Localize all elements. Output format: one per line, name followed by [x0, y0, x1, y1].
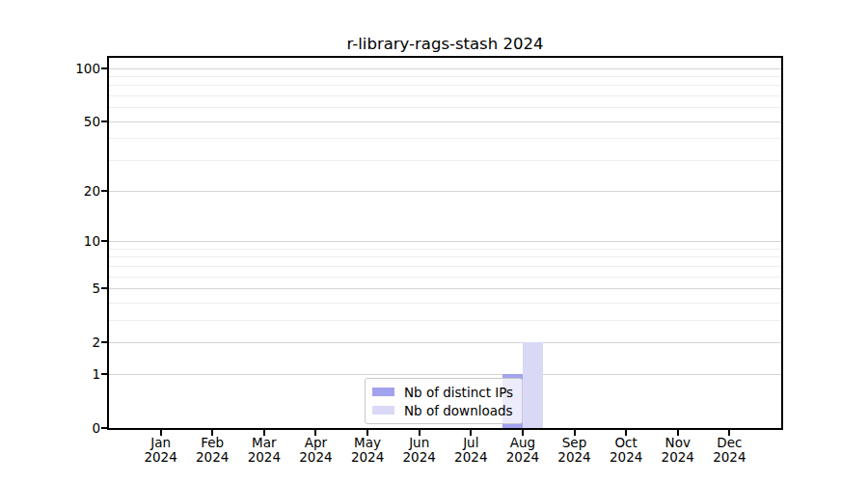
- y-tick-label-20: 20: [39, 182, 100, 200]
- legend-item-downloads: Nb of downloads: [372, 401, 513, 419]
- gridline-major-100: [109, 68, 781, 69]
- x-tick-label-feb: Feb2024: [185, 436, 239, 465]
- y-tick-label-100: 100: [39, 60, 100, 77]
- x-tick-month-jun: Jun: [393, 436, 447, 450]
- x-tick-year-sep: 2024: [548, 450, 602, 465]
- x-tick-month-aug: Aug: [496, 436, 550, 450]
- gridline-major-10: [109, 241, 781, 242]
- x-tick-label-jul: Jul2024: [444, 436, 498, 465]
- x-tick-label-sep: Sep2024: [548, 436, 602, 465]
- x-tick-dec: [728, 430, 730, 436]
- x-tick-label-oct: Oct2024: [599, 436, 653, 465]
- x-tick-label-mar: Mar2024: [237, 436, 291, 465]
- gridline-minor-30: [109, 160, 781, 161]
- y-tick-100: [101, 67, 107, 69]
- y-tick-5: [101, 287, 107, 289]
- legend-label-distinct-ips: Nb of distinct IPs: [404, 385, 513, 400]
- y-tick-2: [101, 341, 107, 343]
- chart-canvas: r-library-rags-stash 2024 Nb of distinct…: [0, 0, 868, 482]
- x-tick-aug: [522, 430, 524, 436]
- legend-label-downloads: Nb of downloads: [404, 403, 513, 418]
- gridline-minor-3: [109, 320, 781, 321]
- gridline-minor-40: [109, 138, 781, 139]
- x-tick-month-nov: Nov: [651, 436, 705, 450]
- gridline-minor-80: [109, 85, 781, 86]
- y-tick-label-0: 0: [39, 419, 100, 437]
- legend-swatch-distinct-ips-icon: [372, 388, 394, 396]
- x-tick-feb: [211, 430, 213, 436]
- x-tick-month-dec: Dec: [702, 436, 756, 450]
- y-tick-0: [101, 427, 107, 429]
- plot-area: [109, 58, 781, 428]
- x-tick-label-apr: Apr2024: [288, 436, 342, 465]
- gridline-minor-90: [109, 76, 781, 77]
- x-tick-year-dec: 2024: [702, 450, 756, 465]
- y-tick-10: [101, 240, 107, 242]
- x-tick-year-feb: 2024: [185, 450, 239, 465]
- legend: Nb of distinct IPs Nb of downloads: [365, 378, 523, 424]
- gridline-minor-4: [109, 303, 781, 304]
- legend-swatch-downloads-icon: [372, 406, 394, 415]
- y-tick-label-50: 50: [39, 113, 100, 130]
- y-tick-20: [101, 190, 107, 192]
- gridline-minor-6: [109, 277, 781, 278]
- x-tick-month-may: May: [340, 436, 394, 450]
- y-tick-label-2: 2: [39, 334, 100, 351]
- x-tick-month-sep: Sep: [548, 436, 602, 450]
- x-tick-apr: [314, 430, 316, 436]
- gridline-minor-60: [109, 107, 781, 108]
- chart-title: r-library-rags-stash 2024: [109, 35, 781, 53]
- x-tick-month-feb: Feb: [185, 436, 239, 450]
- gridline-major-1: [109, 374, 781, 375]
- x-tick-year-jun: 2024: [393, 450, 447, 465]
- y-tick-label-5: 5: [39, 280, 100, 297]
- gridline-minor-8: [109, 256, 781, 257]
- x-tick-month-mar: Mar: [237, 436, 291, 450]
- x-tick-year-aug: 2024: [496, 450, 550, 465]
- x-tick-month-jan: Jan: [134, 436, 188, 450]
- x-tick-year-mar: 2024: [237, 450, 291, 465]
- x-tick-oct: [625, 430, 627, 436]
- x-tick-jan: [160, 430, 162, 436]
- y-tick-label-10: 10: [39, 232, 100, 250]
- legend-item-distinct-ips: Nb of distinct IPs: [372, 383, 513, 401]
- gridline-minor-70: [109, 95, 781, 96]
- x-tick-label-jan: Jan2024: [134, 436, 188, 465]
- y-tick-50: [101, 120, 107, 122]
- x-tick-label-jun: Jun2024: [393, 436, 447, 465]
- x-tick-mar: [263, 430, 265, 436]
- x-tick-sep: [574, 430, 576, 436]
- x-tick-year-oct: 2024: [599, 450, 653, 465]
- gridline-minor-9: [109, 249, 781, 250]
- x-tick-year-jul: 2024: [444, 450, 498, 465]
- bar-downloads-aug: [523, 342, 543, 428]
- gridline-major-20: [109, 191, 781, 192]
- x-tick-jul: [470, 430, 472, 436]
- x-tick-nov: [677, 430, 679, 436]
- x-tick-year-nov: 2024: [651, 450, 705, 465]
- x-tick-label-dec: Dec2024: [702, 436, 756, 465]
- y-tick-1: [101, 373, 107, 375]
- gridline-minor-7: [109, 266, 781, 267]
- x-tick-year-apr: 2024: [288, 450, 342, 465]
- x-tick-month-apr: Apr: [288, 436, 342, 450]
- x-tick-year-may: 2024: [340, 450, 394, 465]
- gridline-major-50: [109, 121, 781, 122]
- x-tick-label-aug: Aug2024: [496, 436, 550, 465]
- x-tick-year-jan: 2024: [134, 450, 188, 465]
- gridline-major-2: [109, 342, 781, 343]
- gridline-major-5: [109, 288, 781, 289]
- y-tick-label-1: 1: [39, 365, 100, 383]
- x-tick-label-may: May2024: [340, 436, 394, 465]
- x-tick-month-oct: Oct: [599, 436, 653, 450]
- x-tick-label-nov: Nov2024: [651, 436, 705, 465]
- x-tick-jun: [419, 430, 420, 436]
- x-tick-month-jul: Jul: [444, 436, 498, 450]
- x-tick-may: [366, 430, 368, 436]
